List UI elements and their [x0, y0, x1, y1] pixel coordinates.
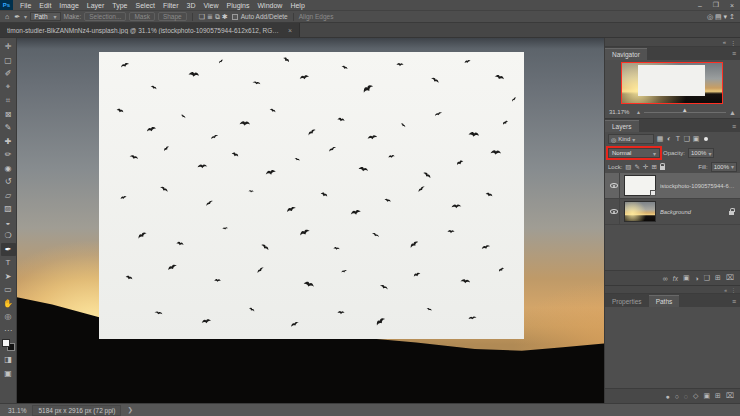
clone-stamp-tool[interactable]: ◉ — [1, 162, 16, 176]
layer-thumbnail[interactable] — [624, 201, 656, 222]
menu-item-plugins[interactable]: Plugins — [223, 0, 254, 10]
filter-toggle-icon[interactable] — [704, 137, 708, 141]
restore-button[interactable]: ❐ — [708, 0, 724, 11]
lock-all-icon[interactable] — [660, 166, 665, 170]
layer-row-background[interactable]: Background — [605, 199, 740, 225]
search-icon[interactable]: ◎ — [706, 13, 714, 20]
path-selection-tool[interactable]: ➤ — [1, 270, 16, 284]
new-layer-icon[interactable]: ⊞ — [715, 274, 721, 282]
move-tool[interactable]: ✛ — [1, 40, 16, 54]
layer-thumbnail[interactable] — [624, 175, 656, 196]
dock-menu-icon[interactable]: ⋮ — [730, 39, 736, 46]
eraser-tool[interactable]: ▱ — [1, 189, 16, 203]
menu-item-edit[interactable]: Edit — [35, 0, 55, 10]
filter-type-layers-icon[interactable]: T — [674, 135, 682, 143]
menu-item-window[interactable]: Window — [254, 0, 287, 10]
chevron-down-icon[interactable]: ▾ — [24, 13, 27, 20]
color-swatches[interactable] — [2, 339, 15, 351]
minimize-button[interactable]: – — [692, 0, 708, 11]
fill-dropdown[interactable]: 100% ▾ — [711, 162, 737, 172]
menu-item-image[interactable]: Image — [55, 0, 82, 10]
status-zoom-value[interactable]: 31.1% — [8, 407, 26, 414]
new-path-icon[interactable]: ⊞ — [715, 392, 721, 400]
navigator-zoom-value[interactable]: 31.17% — [609, 109, 633, 115]
layer-filter-dropdown[interactable]: ◎ Kind ▾ — [608, 134, 654, 144]
path-as-selection-icon[interactable]: ◌ — [684, 393, 688, 400]
lock-artboard-icon[interactable]: ⊞ — [651, 163, 656, 171]
pen-mode-dropdown[interactable]: Path ▾ — [30, 12, 60, 21]
fill-path-icon[interactable]: ● — [665, 393, 669, 400]
panel-menu-icon[interactable]: ≡ — [728, 48, 740, 60]
share-icon[interactable]: ↥ — [728, 13, 736, 20]
quick-mask-icon[interactable]: ◨ — [1, 353, 16, 367]
tab-layers[interactable]: Layers — [605, 120, 639, 132]
foreground-color-swatch[interactable] — [2, 339, 10, 347]
lock-transparency-icon[interactable]: ▨ — [625, 163, 631, 171]
path-arrangement-icon[interactable]: ⧉ — [214, 13, 221, 20]
tab-paths[interactable]: Paths — [649, 295, 680, 307]
lasso-tool[interactable]: ✐ — [1, 67, 16, 81]
menu-item-help[interactable]: Help — [286, 0, 308, 10]
navigator-zoom-slider[interactable]: ▲ — [644, 106, 726, 118]
menu-item-select[interactable]: Select — [132, 0, 159, 10]
make-selection-button[interactable]: Selection... — [84, 12, 126, 21]
screen-mode-icon[interactable]: ▣ — [1, 367, 16, 381]
edit-toolbar-icon[interactable]: ⋯ — [1, 324, 16, 338]
panel-menu-icon[interactable]: ≡ — [728, 295, 740, 307]
navigator-preview[interactable] — [605, 60, 740, 106]
history-brush-tool[interactable]: ↺ — [1, 175, 16, 189]
layer-name[interactable]: Background — [660, 209, 725, 215]
auto-add-delete-checkbox[interactable] — [232, 14, 238, 20]
stroke-path-icon[interactable]: ○ — [675, 393, 679, 400]
pen-tool[interactable]: ✒ — [1, 243, 16, 257]
menu-item-filter[interactable]: Filter — [159, 0, 183, 10]
canvas-area[interactable] — [17, 38, 604, 403]
make-shape-button[interactable]: Shape — [158, 12, 187, 21]
filter-adjustment-layers-icon[interactable]: ◐ — [665, 135, 673, 143]
close-tab-icon[interactable]: × — [288, 27, 292, 34]
tab-properties[interactable]: Properties — [605, 295, 649, 307]
menu-item-view[interactable]: View — [200, 0, 223, 10]
lock-paint-icon[interactable]: ✎ — [635, 163, 640, 171]
zoom-tool[interactable]: ◎ — [1, 310, 16, 324]
slider-thumb[interactable]: ▲ — [682, 107, 688, 113]
link-layers-icon[interactable]: ∞ — [663, 275, 668, 282]
collapse-panels-icon[interactable]: « — [723, 39, 726, 45]
layer-effects-icon[interactable]: fx — [673, 275, 678, 282]
make-work-path-icon[interactable]: ◇ — [693, 392, 698, 400]
document-tab[interactable]: timon-studler-BlkZANMnNz4-unsplash.jpg @… — [0, 23, 300, 37]
lock-position-icon[interactable]: ✛ — [643, 163, 648, 171]
blur-tool[interactable]: ◒ — [1, 216, 16, 230]
new-group-icon[interactable]: ❑ — [704, 274, 710, 282]
brush-tool[interactable]: ✏ — [1, 148, 16, 162]
rectangle-tool[interactable]: ▭ — [1, 283, 16, 297]
healing-brush-tool[interactable]: ✚ — [1, 135, 16, 149]
pen-tool-preset-icon[interactable]: ✒ — [13, 13, 21, 21]
home-icon[interactable]: ⌂ — [4, 13, 10, 20]
layer-visibility-toggle[interactable] — [608, 173, 620, 198]
delete-path-icon[interactable]: ⌧ — [726, 392, 734, 400]
make-mask-button[interactable]: Mask — [129, 12, 155, 21]
path-operations-icon[interactable]: ❏ — [198, 13, 206, 20]
gradient-tool[interactable]: ▨ — [1, 202, 16, 216]
add-layer-mask-icon[interactable]: ▣ — [683, 274, 690, 282]
object-selection-tool[interactable]: ⌖ — [1, 81, 16, 95]
blend-mode-dropdown[interactable]: Normal ▾ — [608, 148, 660, 158]
menu-item-file[interactable]: File — [16, 0, 35, 10]
opacity-dropdown[interactable]: 100% ▾ — [688, 148, 714, 158]
adjustment-layer-icon[interactable]: ◑ — [695, 275, 699, 282]
menu-item-type[interactable]: Type — [108, 0, 131, 10]
eyedropper-tool[interactable]: ✎ — [1, 121, 16, 135]
dock-menu-icon[interactable]: ⋮ — [731, 287, 736, 293]
close-button[interactable]: × — [724, 0, 740, 11]
crop-tool[interactable]: ⌗ — [1, 94, 16, 108]
layer-row-birds[interactable]: istockphoto-1090575944-612x612 — [605, 173, 740, 199]
tab-navigator[interactable]: Navigator — [605, 48, 647, 60]
layer-visibility-toggle[interactable] — [608, 199, 620, 224]
document-info[interactable]: 5184 px x 2916 px (72 ppi) — [32, 405, 121, 416]
path-alignment-icon[interactable]: ≣ — [206, 13, 214, 20]
type-tool[interactable]: T — [1, 256, 16, 270]
delete-layer-icon[interactable]: ⌧ — [726, 274, 734, 282]
menu-item-3d[interactable]: 3D — [183, 0, 200, 10]
add-mask-icon[interactable]: ▣ — [703, 392, 710, 400]
